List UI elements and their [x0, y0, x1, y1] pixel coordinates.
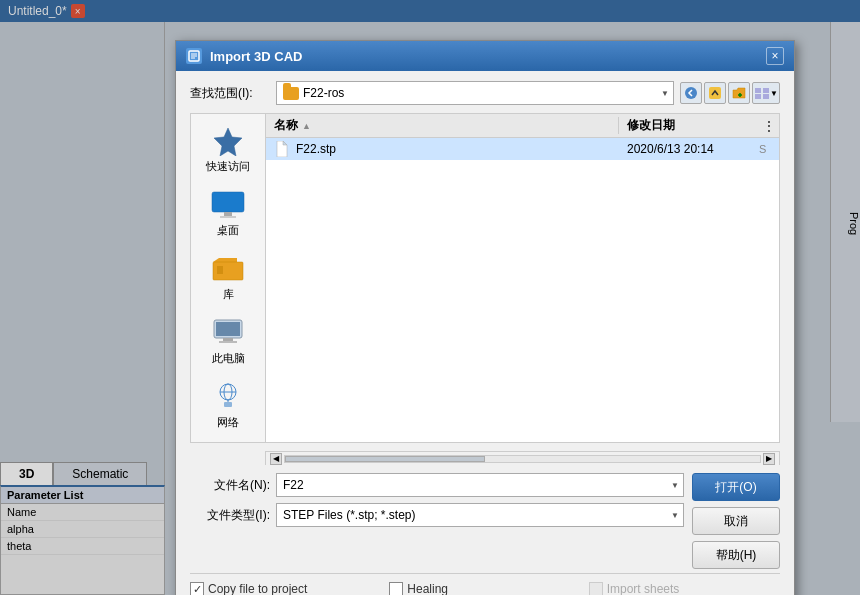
toolbar-back-btn[interactable]: [680, 82, 702, 104]
fields-left: 文件名(N): F22 ▼ 文件类型(I): STEP Files (*.stp…: [190, 473, 684, 569]
filetype-value: STEP Files (*.stp; *.step): [283, 508, 416, 522]
filename-combo-arrow: ▼: [671, 481, 679, 490]
file-list-area: 名称 ▲ 修改日期 ⋮ F22.s: [265, 113, 780, 443]
quick-access-icon: [210, 126, 246, 156]
checkboxes-area: Copy file to project Healing Import shee…: [190, 573, 780, 595]
dialog-body: 查找范围(I): F22-ros ▼: [176, 71, 794, 595]
library-label: 库: [223, 287, 234, 302]
desktop-label: 桌面: [217, 223, 239, 238]
network-label: 网络: [217, 415, 239, 430]
location-combo-arrow: ▼: [661, 89, 669, 98]
import-dialog: Import 3D CAD × 查找范围(I): F22-ros ▼: [175, 40, 795, 595]
checkbox-copy-file-label: Copy file to project: [208, 582, 307, 595]
svg-rect-8: [755, 88, 761, 93]
col-extra: ⋮: [759, 117, 779, 134]
checkbox-healing-box[interactable]: [389, 582, 403, 595]
action-buttons: 打开(O) 取消 帮助(H): [692, 473, 780, 569]
toolbar-icons: ▼: [680, 82, 780, 104]
cancel-button[interactable]: 取消: [692, 507, 780, 535]
toolbar-newfolder-btn[interactable]: [728, 82, 750, 104]
svg-rect-19: [216, 322, 240, 336]
dialog-titlebar: Import 3D CAD ×: [176, 41, 794, 71]
filename-value: F22: [283, 478, 304, 492]
filename-label: 文件名(N):: [190, 477, 270, 494]
help-button[interactable]: 帮助(H): [692, 541, 780, 569]
svg-rect-25: [224, 402, 232, 407]
scroll-track[interactable]: [284, 455, 761, 463]
computer-label: 此电脑: [212, 351, 245, 366]
network-icon: [210, 382, 246, 412]
svg-rect-11: [763, 94, 769, 99]
scroll-area: ◀ ▶: [265, 451, 780, 465]
scroll-thumb[interactable]: [285, 456, 485, 462]
file-cell-date: 2020/6/13 20:14: [619, 142, 759, 156]
col-date[interactable]: 修改日期: [619, 117, 759, 134]
nav-sidebar: 快速访问 桌面: [190, 113, 265, 443]
library-icon: [210, 254, 246, 284]
browser-container: 快速访问 桌面: [190, 113, 780, 443]
location-value: F22-ros: [303, 86, 344, 100]
filename-row: 文件名(N): F22 ▼: [190, 473, 684, 497]
location-row: 查找范围(I): F22-ros ▼: [190, 81, 780, 105]
svg-point-4: [685, 87, 697, 99]
svg-rect-15: [220, 216, 236, 218]
filetype-combo-arrow: ▼: [671, 511, 679, 520]
desktop-icon: [210, 190, 246, 220]
svg-rect-14: [224, 212, 232, 216]
location-combo[interactable]: F22-ros ▼: [276, 81, 674, 105]
checkbox-copy-file[interactable]: Copy file to project: [190, 582, 381, 595]
checkbox-healing-label: Healing: [407, 582, 448, 595]
nav-item-network[interactable]: 网络: [196, 378, 261, 434]
checkbox-copy-file-box[interactable]: [190, 582, 204, 595]
svg-rect-20: [223, 338, 233, 341]
dialog-title-icon: [186, 48, 202, 64]
file-cell-name: F22.stp: [266, 141, 619, 157]
fields-area: 文件名(N): F22 ▼ 文件类型(I): STEP Files (*.stp…: [190, 473, 780, 569]
checkbox-healing[interactable]: Healing: [389, 582, 580, 595]
svg-rect-9: [763, 88, 769, 93]
file-cell-extra: S: [759, 143, 779, 155]
computer-icon: [210, 318, 246, 348]
folder-icon: [283, 87, 299, 100]
quick-access-label: 快速访问: [206, 159, 250, 174]
svg-rect-10: [755, 94, 761, 99]
svg-rect-17: [217, 266, 223, 274]
file-list-header: 名称 ▲ 修改日期 ⋮: [266, 114, 779, 138]
filetype-row: 文件类型(I): STEP Files (*.stp; *.step) ▼: [190, 503, 684, 527]
nav-item-library[interactable]: 库: [196, 250, 261, 306]
nav-item-computer[interactable]: 此电脑: [196, 314, 261, 370]
filetype-combo[interactable]: STEP Files (*.stp; *.step) ▼: [276, 503, 684, 527]
open-button[interactable]: 打开(O): [692, 473, 780, 501]
svg-marker-12: [214, 128, 242, 156]
file-icon: [274, 141, 290, 157]
checkbox-import-sheets-label: Import sheets: [607, 582, 680, 595]
nav-item-desktop[interactable]: 桌面: [196, 186, 261, 242]
location-label: 查找范围(I):: [190, 85, 270, 102]
file-name: F22.stp: [296, 142, 336, 156]
file-row[interactable]: F22.stp 2020/6/13 20:14 S: [266, 138, 779, 160]
toolbar-view-btn[interactable]: ▼: [752, 82, 780, 104]
col-name[interactable]: 名称 ▲: [266, 117, 619, 134]
toolbar-up-btn[interactable]: [704, 82, 726, 104]
scroll-right-btn[interactable]: ▶: [763, 453, 775, 465]
filetype-label: 文件类型(I):: [190, 507, 270, 524]
checkbox-import-sheets[interactable]: Import sheets: [589, 582, 780, 595]
svg-rect-5: [709, 87, 721, 99]
nav-item-quick-access[interactable]: 快速访问: [196, 122, 261, 178]
dialog-titlebar-left: Import 3D CAD: [186, 48, 302, 64]
filename-combo[interactable]: F22 ▼: [276, 473, 684, 497]
scroll-left-btn[interactable]: ◀: [270, 453, 282, 465]
svg-rect-13: [212, 192, 244, 212]
dialog-title: Import 3D CAD: [210, 49, 302, 64]
dialog-close-button[interactable]: ×: [766, 47, 784, 65]
checkbox-import-sheets-box[interactable]: [589, 582, 603, 595]
svg-rect-21: [219, 341, 237, 343]
